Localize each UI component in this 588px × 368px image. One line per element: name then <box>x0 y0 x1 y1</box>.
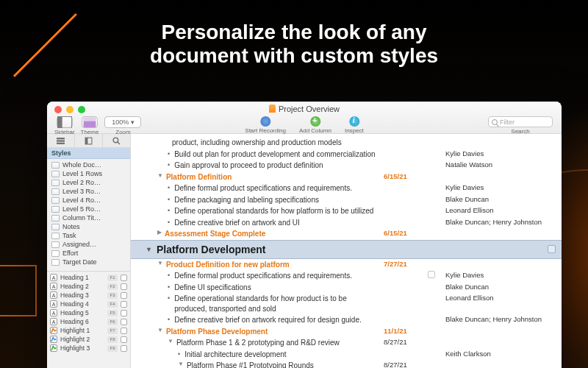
named-style-item[interactable]: Highlight 1F7 <box>47 326 130 335</box>
style-item[interactable]: Column Tit… <box>47 213 130 222</box>
window-body: Styles Whole Doc…Level 1 RowsLevel 2 Ro…… <box>47 134 562 368</box>
outline-row[interactable]: ▶Assessment Stage Complete6/15/21 <box>131 228 562 240</box>
section-checkbox[interactable] <box>548 245 556 253</box>
outline-row[interactable]: ▼Platform Definition6/15/21 <box>131 171 562 183</box>
add-column-button[interactable]: Add Column <box>299 116 331 134</box>
named-style-item[interactable]: AHeading 4F4 <box>47 300 130 308</box>
named-styles-list: AHeading 1F1AHeading 2F2AHeading 3F3AHea… <box>47 271 130 354</box>
row-text: Define UI specifications <box>174 283 384 293</box>
outline-row[interactable]: ▼Platform Phase 1 & 2 prototyping and R&… <box>131 337 562 349</box>
row-assignee: Leonard Ellison <box>442 206 556 216</box>
outline-row[interactable]: ▼Platform Phase #1 Prototyping Rounds8/2… <box>131 360 562 368</box>
style-item[interactable]: Task <box>47 231 130 240</box>
zoom-control[interactable]: 100% ▾ Zoom <box>104 116 141 135</box>
fkey-badge: F3 <box>107 292 118 299</box>
outline-row[interactable]: •Build out plan for product development … <box>131 149 562 160</box>
outline-row[interactable]: •Gain approval to proceed to product def… <box>131 160 562 171</box>
window-title: Project Overview <box>47 105 562 113</box>
row-text: Define creative brief on artwork require… <box>174 315 384 325</box>
style-checkbox[interactable] <box>121 310 127 316</box>
disclosure-triangle-icon[interactable]: ▼ <box>157 172 166 180</box>
outline-row[interactable]: product, including ownership and product… <box>131 137 562 149</box>
hero-headline: Personalize the look of any document wit… <box>0 21 588 68</box>
style-item[interactable]: Effort <box>47 249 130 258</box>
outline-row[interactable]: •Define operational standards for how pl… <box>131 205 562 217</box>
style-item[interactable]: Whole Doc… <box>47 160 130 169</box>
named-style-item[interactable]: AHeading 1F1 <box>47 273 130 282</box>
outline-row[interactable]: •Define operational standards for how pr… <box>131 293 562 314</box>
style-letter-icon: A <box>50 309 57 316</box>
row-text: Define formal product specifications and… <box>174 271 384 281</box>
theme-button[interactable]: Theme <box>81 116 99 135</box>
disclosure-triangle-icon[interactable]: ▼ <box>157 260 166 268</box>
svg-rect-5 <box>57 140 65 141</box>
style-checkbox[interactable] <box>121 328 127 334</box>
style-checkbox[interactable] <box>121 319 127 325</box>
toolbar-left: Sidebar Theme 100% ▾ Zoom <box>54 116 141 135</box>
named-style-item[interactable]: AHeading 6F6 <box>47 317 130 326</box>
sidebar-header: Styles <box>47 148 130 159</box>
named-style-label: Highlight 3 <box>60 344 104 352</box>
outline-row[interactable]: •Define formal product specifications an… <box>131 270 562 282</box>
disclosure-triangle-icon[interactable]: ▶ <box>157 229 165 237</box>
style-checkbox[interactable] <box>121 275 127 281</box>
sidebar-tab-search[interactable] <box>103 134 130 147</box>
style-item[interactable]: Assigned… <box>47 240 130 249</box>
sidebar-tab-list[interactable] <box>47 134 75 147</box>
row-cb-cell <box>420 271 442 278</box>
outline-row[interactable]: •Define formal product specifications an… <box>131 183 562 194</box>
disclosure-triangle-icon[interactable]: ▼ <box>178 361 187 368</box>
style-swatch-icon <box>51 259 60 266</box>
row-assignee: Keith Clarkson <box>442 350 556 359</box>
zoom-value: 100% <box>112 118 129 126</box>
filter-input[interactable]: Filter <box>488 116 553 127</box>
style-item[interactable]: Target Date <box>47 258 130 266</box>
sidebar-tabs <box>47 134 130 148</box>
named-style-item[interactable]: Highlight 3F9 <box>47 344 130 353</box>
named-style-item[interactable]: AHeading 2F2 <box>47 282 130 291</box>
style-checkbox[interactable] <box>121 292 127 299</box>
disclosure-triangle-icon[interactable]: ▼ <box>168 338 176 346</box>
style-item[interactable]: Level 1 Rows <box>47 169 130 178</box>
outline-row[interactable]: •Define creative brief on artwork requir… <box>131 314 562 326</box>
named-style-item[interactable]: AHeading 5F5 <box>47 308 130 317</box>
named-style-label: Heading 6 <box>60 318 104 325</box>
style-swatch-icon <box>51 215 60 222</box>
start-recording-button[interactable]: Start Recording <box>245 116 286 134</box>
row-checkbox[interactable] <box>428 271 435 278</box>
style-item[interactable]: Notes <box>47 222 130 231</box>
outline-row[interactable]: •Define packaging and labeling specifica… <box>131 194 562 206</box>
outline-row[interactable]: •Define creative brief on artwork and UI… <box>131 217 562 229</box>
section-heading[interactable]: ▼Platform Development <box>131 240 562 259</box>
style-letter-icon <box>50 336 57 343</box>
style-checkbox[interactable] <box>121 336 127 343</box>
fkey-badge: F4 <box>107 301 118 308</box>
sidebar-button[interactable]: Sidebar <box>54 116 75 135</box>
outline-row[interactable]: ▼Platform Phase Development11/1/21 <box>131 326 562 338</box>
style-item[interactable]: Level 3 Ro… <box>47 187 130 196</box>
style-checkbox[interactable] <box>121 301 127 308</box>
row-date: 11/1/21 <box>384 327 420 336</box>
style-checkbox[interactable] <box>121 283 127 290</box>
style-checkbox[interactable] <box>121 345 127 352</box>
disclosure-triangle-icon[interactable]: ▼ <box>157 327 166 335</box>
named-style-label: Heading 2 <box>60 283 104 290</box>
row-text: Platform Phase Development <box>166 327 384 337</box>
style-swatch-icon <box>51 241 60 248</box>
named-style-item[interactable]: AHeading 3F3 <box>47 291 130 300</box>
sidebar-tab-style[interactable] <box>75 134 103 147</box>
style-item[interactable]: Level 4 Ro… <box>47 196 130 205</box>
bullet-icon: • <box>168 218 174 227</box>
named-style-item[interactable]: Highlight 2F8 <box>47 335 130 344</box>
outline-row[interactable]: ▼Product Definition for new platform7/27… <box>131 259 562 271</box>
row-text: Gain approval to proceed to product defi… <box>174 160 384 171</box>
inspect-button[interactable]: Inspect <box>345 116 364 134</box>
outline-row[interactable]: •Initial architecture developmentKeith C… <box>131 349 562 361</box>
row-assignee: Natalie Watson <box>442 160 556 170</box>
outline-row[interactable]: •Define UI specificationsBlake Duncan <box>131 282 562 294</box>
style-item[interactable]: Level 2 Ro… <box>47 178 130 187</box>
style-letter-icon <box>50 344 57 352</box>
disclosure-triangle-icon[interactable]: ▼ <box>146 246 152 253</box>
style-item[interactable]: Level 5 Ro… <box>47 205 130 213</box>
sidebar: Styles Whole Doc…Level 1 RowsLevel 2 Ro…… <box>47 134 131 368</box>
